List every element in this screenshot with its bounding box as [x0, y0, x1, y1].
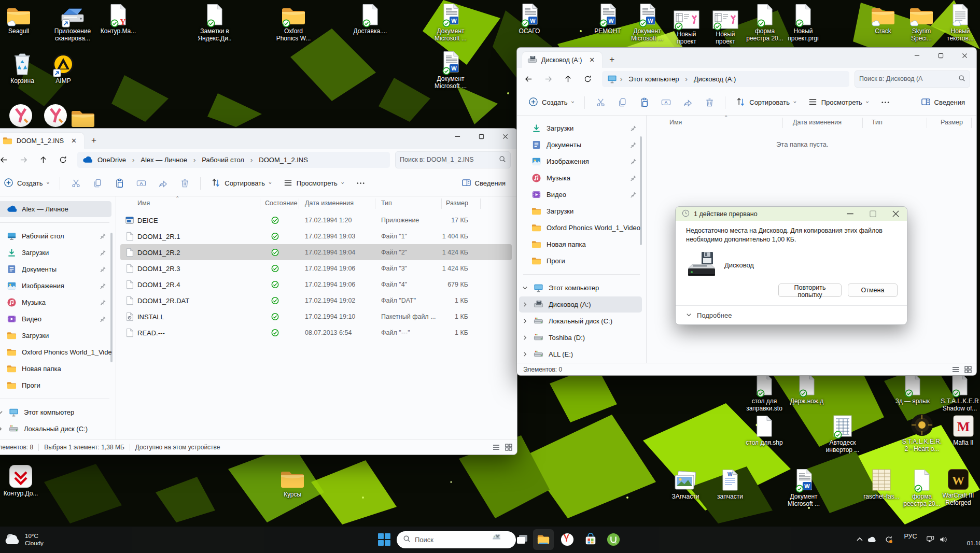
chevron-down-icon[interactable] — [522, 285, 528, 291]
column-type[interactable]: Тип — [872, 119, 883, 126]
desktop-icon[interactable]: Контур.До... — [0, 463, 48, 497]
desktop-icon[interactable]: WWarCraft IIIReforged — [931, 465, 980, 506]
copy-button[interactable] — [88, 175, 107, 192]
desktop-icon[interactable]: WДокументMicrosoft ... — [424, 1, 478, 42]
network-icon[interactable] — [923, 533, 937, 546]
file-row[interactable]: DOOM1_2R.117.02.1994 19:03Файл "1"1 404 … — [120, 228, 512, 244]
view-button[interactable]: Просмотреть˅ — [279, 175, 348, 192]
file-explorer-button[interactable] — [533, 529, 554, 550]
view-button[interactable]: Просмотреть˅ — [804, 94, 873, 111]
maximize-button[interactable] — [469, 129, 493, 144]
file-row[interactable]: DOOM1_2R.217.02.1994 19:04Файл "2"1 424 … — [120, 244, 512, 260]
breadcrumb-desktop[interactable]: Рабочий стол — [199, 155, 247, 165]
column-date[interactable]: Дата изменения — [793, 119, 842, 126]
back-button[interactable] — [0, 152, 13, 167]
sidebar-item[interactable]: Дисковод (A:) — [519, 296, 642, 313]
column-status[interactable]: Состояние — [265, 200, 297, 207]
file-row[interactable]: DOOM1_2R.317.02.1994 19:06Файл "3"1 424 … — [120, 260, 512, 276]
desktop-icon[interactable]: стол для.shp — [737, 413, 791, 446]
details-view-toggle[interactable] — [492, 443, 500, 451]
paste-button[interactable] — [635, 94, 653, 111]
thumbnail-view-toggle[interactable] — [964, 365, 972, 374]
sidebar-item[interactable]: Загрузки — [0, 328, 111, 344]
column-size[interactable]: Размер — [427, 200, 468, 207]
more-options-button[interactable] — [352, 175, 370, 192]
back-button[interactable] — [519, 71, 538, 87]
delete-button[interactable] — [700, 94, 719, 111]
more-options-button[interactable] — [876, 94, 895, 111]
maximize-button[interactable] — [929, 48, 953, 63]
sidebar-item[interactable]: Этот компьютер — [0, 404, 111, 420]
minimize-button[interactable] — [445, 129, 469, 144]
chevron-down-icon[interactable] — [0, 409, 4, 415]
refresh-button[interactable] — [578, 71, 597, 87]
sidebar-item[interactable]: Этот компьютер — [519, 280, 642, 296]
column-size[interactable]: Размер — [906, 119, 963, 126]
sidebar-item[interactable]: Проги — [0, 377, 111, 393]
sidebar-item[interactable]: Загрузки — [519, 120, 642, 136]
search-highlight-image[interactable] — [493, 533, 514, 547]
desktop-icon[interactable]: WОСАГО — [502, 1, 556, 35]
details-expander[interactable]: Подробнее — [676, 305, 907, 324]
sidebar-item[interactable]: Изображения — [519, 153, 642, 169]
desktop-icon[interactable]: Новыйпроект.prgi — [776, 1, 830, 42]
search-input[interactable]: Поиск в: Дисковод (А — [855, 70, 970, 88]
sidebar-item[interactable]: Oxford Phonics World_1_Video — [0, 344, 111, 360]
details-pane-button[interactable]: Сведения — [457, 175, 510, 192]
desktop-icon[interactable]: OxfordPhonics W... — [267, 1, 320, 42]
desktop-icon[interactable]: Курсы — [265, 464, 319, 498]
sidebar-item[interactable]: Alex — Личное — [0, 201, 111, 217]
start-button[interactable] — [374, 529, 395, 550]
sidebar-item[interactable]: Документы — [519, 137, 642, 153]
copy-button[interactable] — [613, 94, 632, 111]
tab-doom[interactable]: DOOM_1_2.INS ✕ — [0, 133, 84, 149]
rename-button[interactable]: A — [656, 94, 675, 111]
sidebar-item[interactable]: Локальный диск (C:) — [0, 421, 111, 437]
desktop-icon[interactable]: AIMP — [36, 51, 90, 84]
onedrive-tray-icon[interactable] — [865, 533, 878, 546]
new-tab-button[interactable]: + — [91, 135, 96, 146]
utorrent-button[interactable] — [603, 529, 624, 550]
tab-close-icon[interactable]: ✕ — [68, 137, 80, 145]
desktop-icon[interactable]: 3д — ярлык — [886, 371, 940, 405]
file-row[interactable]: INSTALL17.02.1994 19:10Пакетный файл ...… — [120, 308, 512, 324]
rename-button[interactable]: A — [132, 175, 150, 192]
search-input[interactable]: Поиск в: DOOM_1_2.INS — [395, 151, 511, 168]
chevron-right-icon[interactable] — [0, 426, 4, 432]
create-button[interactable]: Создать˅ — [0, 175, 53, 192]
file-row[interactable]: DOOM1_2R.417.02.1994 19:06Файл "4"679 КБ — [120, 276, 512, 292]
sidebar-item[interactable]: Музыка — [0, 294, 111, 310]
microsoft-store-button[interactable] — [580, 529, 601, 550]
taskbar-search[interactable]: Поиск — [397, 531, 516, 548]
sidebar-item[interactable]: Проги — [519, 253, 642, 269]
weather-widget[interactable]: 10°C Cloudy — [25, 532, 44, 547]
close-button[interactable] — [493, 129, 517, 144]
cut-button[interactable] — [66, 175, 85, 192]
desktop-icon[interactable]: Автодескинвертор ... — [816, 413, 870, 453]
column-type[interactable]: Тип — [381, 200, 392, 207]
delete-button[interactable] — [175, 175, 194, 192]
column-name[interactable]: Имя — [669, 119, 682, 126]
breadcrumb[interactable]: › Этот компьютер › Дисковод (A:) — [602, 71, 849, 87]
details-view-toggle[interactable] — [951, 365, 960, 374]
column-name[interactable]: Имя — [137, 200, 150, 207]
task-view-button[interactable] — [512, 529, 533, 550]
chevron-right-icon[interactable] — [522, 335, 528, 341]
desktop-icon[interactable] — [56, 104, 110, 129]
desktop-icon[interactable]: Заметки вЯндекс.Ди.. — [188, 1, 242, 42]
desktop-icon[interactable]: WДокументMicrosoft ... — [777, 466, 831, 507]
column-date[interactable]: Дата изменения — [305, 200, 354, 207]
file-row[interactable]: READ.---08.07.2013 6:54Файл "---"1 КБ — [120, 324, 512, 341]
minimize-button[interactable] — [838, 207, 861, 221]
language-indicator[interactable]: РУС — [901, 533, 920, 540]
close-button[interactable] — [953, 48, 976, 63]
sidebar-item[interactable]: Видео — [0, 311, 111, 327]
sort-button[interactable]: Сортировать˅ — [732, 94, 801, 111]
sidebar-item[interactable]: Oxford Phonics World_1_Video — [519, 220, 642, 236]
desktop-icon[interactable]: Доставка.... — [343, 1, 397, 35]
file-row[interactable]: DOOM1_2R.DAT17.02.1994 19:02Файл "DAT"1 … — [120, 292, 512, 308]
share-button[interactable] — [153, 175, 172, 192]
sidebar-item[interactable]: Рабочий стол — [0, 228, 111, 244]
desktop-icon[interactable]: YКонтур.Ма... — [91, 1, 145, 35]
file-row[interactable]: DEICE17.02.1994 1:20Приложение17 КБ — [120, 212, 512, 228]
